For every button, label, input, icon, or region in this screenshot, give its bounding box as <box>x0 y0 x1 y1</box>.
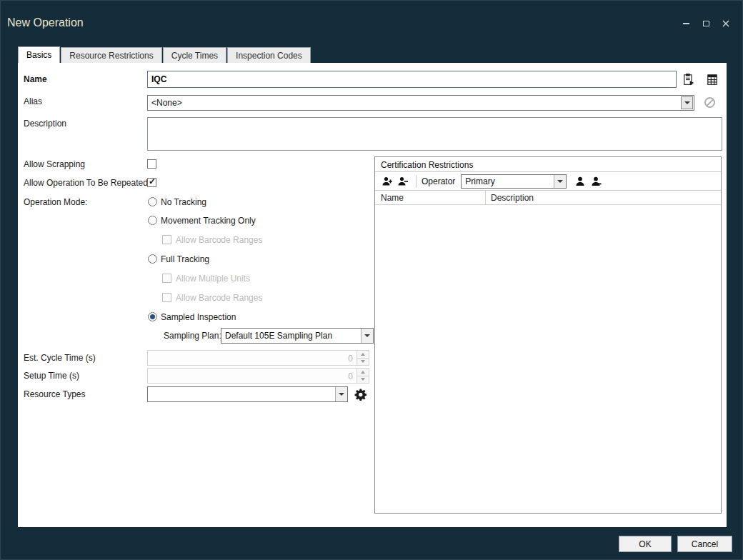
resource-types-settings-button[interactable] <box>352 386 369 403</box>
alias-blocked-icon <box>704 97 715 108</box>
tab-inspection-codes[interactable]: Inspection Codes <box>227 47 311 63</box>
operator-person-remove-icon <box>590 176 602 187</box>
basics-panel: Name Alias <None> <box>18 63 727 527</box>
remove-certification-button[interactable] <box>395 174 411 189</box>
allow-scrapping-checkbox[interactable] <box>147 159 156 169</box>
chevron-down-icon <box>684 101 690 104</box>
sampling-plan-label: Sampling Plan: <box>164 331 221 341</box>
chevron-down-icon <box>339 393 344 396</box>
sampling-plan-dropdown-button[interactable] <box>361 329 373 343</box>
radio-full-tracking-label[interactable]: Full Tracking <box>161 254 209 264</box>
spin-down-icon <box>361 360 365 363</box>
full-allow-barcode-checkbox <box>162 293 171 302</box>
certification-toolbar: Operator Primary <box>375 172 721 191</box>
close-icon <box>722 20 729 27</box>
certification-table-body[interactable] <box>375 206 721 513</box>
radio-movement-tracking[interactable] <box>148 216 157 225</box>
minimize-icon <box>683 23 689 24</box>
description-input[interactable] <box>147 117 722 151</box>
column-header-description[interactable]: Description <box>486 191 534 204</box>
allow-repeat-checkbox[interactable] <box>147 178 156 187</box>
column-header-name[interactable]: Name <box>375 191 486 204</box>
ok-button[interactable]: OK <box>619 536 672 552</box>
operator-value: Primary <box>465 176 494 186</box>
setup-time-spinner: 0 <box>147 368 369 384</box>
setup-time-label: Setup Time (s) <box>24 371 79 381</box>
alias-value: <None> <box>151 98 182 108</box>
paste-name-button[interactable] <box>680 71 697 88</box>
remove-operator-button[interactable] <box>588 174 604 189</box>
radio-full-tracking[interactable] <box>148 254 157 264</box>
setup-time-down-button[interactable] <box>356 376 369 384</box>
add-operator-button[interactable] <box>572 174 588 189</box>
operator-label: Operator <box>422 176 455 186</box>
est-cycle-time-spinner: 0 <box>147 350 369 366</box>
tab-basics[interactable]: Basics <box>18 46 60 63</box>
name-lookup-button[interactable] <box>704 71 721 88</box>
certification-restrictions-title: Certification Restrictions <box>375 157 721 172</box>
tab-strip: Basics Resource Restrictions Cycle Times… <box>18 46 311 63</box>
allow-multiple-units-checkbox <box>162 274 171 283</box>
name-label: Name <box>24 74 47 84</box>
spin-up-icon <box>361 353 365 356</box>
close-button[interactable] <box>719 18 732 29</box>
est-cycle-time-value: 0 <box>348 354 353 364</box>
maximize-icon <box>703 21 709 26</box>
clipboard-grid-icon <box>706 73 719 86</box>
chevron-down-icon <box>557 180 563 183</box>
chevron-down-icon <box>364 334 370 337</box>
certification-table-header: Name Description <box>375 191 721 205</box>
certification-remove-icon <box>397 176 409 187</box>
toolbar-separator <box>416 175 417 188</box>
window-title: New Operation <box>7 16 84 29</box>
allow-multiple-units-label: Allow Multiple Units <box>176 274 250 284</box>
operator-person-add-icon <box>574 176 586 187</box>
description-label: Description <box>24 119 66 129</box>
cancel-button[interactable]: Cancel <box>677 536 732 552</box>
allow-scrapping-label: Allow Scrapping <box>24 159 85 169</box>
spin-down-icon <box>361 378 365 381</box>
movement-allow-barcode-checkbox <box>162 235 171 244</box>
add-certification-button[interactable] <box>379 174 395 189</box>
alias-label: Alias <box>24 96 42 106</box>
alias-combobox[interactable]: <None> <box>147 95 694 111</box>
resource-types-dropdown-button[interactable] <box>335 387 347 401</box>
radio-no-tracking-label[interactable]: No Tracking <box>161 197 206 207</box>
minimize-button[interactable] <box>679 18 692 29</box>
movement-allow-barcode-label: Allow Barcode Ranges <box>176 235 262 245</box>
operation-mode-label: Operation Mode: <box>24 197 87 207</box>
radio-no-tracking[interactable] <box>148 197 157 206</box>
sampling-plan-combobox[interactable]: Default 105E Sampling Plan <box>221 328 374 344</box>
est-cycle-time-up-button[interactable] <box>356 351 369 359</box>
est-cycle-time-down-button[interactable] <box>356 359 369 366</box>
resource-types-combobox[interactable] <box>147 386 348 402</box>
operator-combobox[interactable]: Primary <box>461 174 567 189</box>
new-operation-dialog: New Operation Basics Resource Restrictio… <box>0 0 743 560</box>
full-allow-barcode-label: Allow Barcode Ranges <box>176 293 262 303</box>
alias-dropdown-button[interactable] <box>681 96 693 109</box>
certification-restrictions-group: Certification Restrictions <box>374 156 722 514</box>
resource-types-label: Resource Types <box>24 389 86 399</box>
clipboard-arrow-icon <box>682 73 695 86</box>
spin-up-icon <box>361 371 365 374</box>
est-cycle-time-label: Est. Cycle Time (s) <box>24 353 96 363</box>
radio-movement-tracking-label[interactable]: Movement Tracking Only <box>161 216 256 226</box>
maximize-button[interactable] <box>699 18 712 29</box>
sampling-plan-value: Default 105E Sampling Plan <box>225 331 332 341</box>
tab-cycle-times[interactable]: Cycle Times <box>163 47 226 63</box>
setup-time-up-button[interactable] <box>356 369 369 376</box>
tab-resource-restrictions[interactable]: Resource Restrictions <box>61 47 161 63</box>
gear-icon <box>354 388 368 401</box>
setup-time-value: 0 <box>348 371 353 381</box>
titlebar: New Operation <box>1 1 742 41</box>
radio-sampled-inspection[interactable] <box>148 312 157 321</box>
allow-repeat-label: Allow Operation To Be Repeated <box>24 178 148 188</box>
window-controls <box>679 18 732 29</box>
name-input[interactable] <box>147 71 677 88</box>
certification-add-icon <box>382 176 393 187</box>
radio-sampled-inspection-label[interactable]: Sampled Inspection <box>161 312 236 322</box>
operator-dropdown-button[interactable] <box>554 175 566 188</box>
